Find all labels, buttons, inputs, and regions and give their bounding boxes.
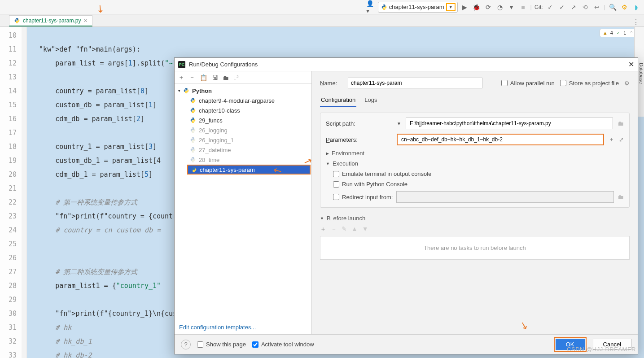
tree-root-python[interactable]: ▾ Python bbox=[175, 86, 311, 96]
parameters-input[interactable] bbox=[397, 134, 604, 145]
chevron-down-icon: ▾ bbox=[178, 88, 180, 93]
python-icon bbox=[183, 87, 189, 94]
tree-item[interactable]: 26_logging_1 bbox=[175, 135, 311, 145]
profile-icon[interactable]: ◔ bbox=[495, 3, 504, 12]
script-path-label: Script path: bbox=[326, 120, 392, 127]
execution-section[interactable]: ▼Execution bbox=[326, 160, 624, 167]
script-path-input[interactable] bbox=[406, 118, 613, 129]
tab-filename: chapter11-sys-param.py bbox=[23, 17, 81, 24]
pycharm-icon: PC bbox=[178, 61, 185, 68]
config-form: Name: Allow parallel run Store as projec… bbox=[312, 71, 638, 334]
tree-item[interactable]: chapter11-sys-param bbox=[187, 165, 311, 175]
python-icon bbox=[14, 17, 20, 24]
allow-parallel-checkbox[interactable]: Allow parallel run bbox=[501, 80, 555, 87]
tree-item[interactable]: 29_funcs bbox=[175, 115, 311, 125]
sort-icon[interactable]: ↓² bbox=[233, 74, 239, 81]
run-python-console-checkbox[interactable]: Run with Python Console bbox=[333, 181, 624, 188]
chevron-down-icon[interactable]: ▼ bbox=[397, 121, 401, 126]
gear-icon[interactable]: ⚙ bbox=[624, 80, 630, 87]
debug-icon[interactable]: 🐞 bbox=[472, 3, 481, 12]
config-tree-panel: ＋ － 📋 🖫 🖿 ↓² ▾ Python chapter9-4-modular… bbox=[175, 71, 312, 334]
remove-icon[interactable]: － bbox=[331, 225, 337, 233]
git-history-icon[interactable]: ⟲ bbox=[581, 3, 590, 12]
copy-icon[interactable]: 📋 bbox=[200, 74, 207, 81]
before-launch-section[interactable]: ▼Before launch bbox=[320, 215, 630, 222]
ok-icon: ✓ bbox=[617, 30, 620, 36]
remove-icon[interactable]: － bbox=[189, 74, 195, 82]
ok-count: 1 bbox=[623, 30, 626, 36]
tree-root-label: Python bbox=[192, 87, 212, 94]
help-icon[interactable]: ? bbox=[181, 340, 191, 349]
name-input[interactable] bbox=[348, 78, 482, 88]
run-config-name: chapter11-sys-param bbox=[389, 4, 444, 10]
emulate-terminal-checkbox[interactable]: Emulate terminal in output console bbox=[333, 170, 624, 177]
up-icon[interactable]: ▲ bbox=[351, 225, 358, 233]
tree-toolbar: ＋ － 📋 🖫 🖿 ↓² bbox=[175, 71, 311, 84]
before-launch-empty: There are no tasks to run before launch bbox=[320, 236, 630, 260]
ide-settings-icon[interactable]: ⚙ bbox=[620, 3, 629, 12]
run-debug-config-dialog: PC Run/Debug Configurations ✕ ＋ － 📋 🖫 🖿 … bbox=[174, 57, 638, 354]
activate-tool-window-checkbox[interactable]: Activate tool window bbox=[252, 341, 314, 348]
main-config-panel: Script path: ▼ 🖿 Parameters: ＋ ⤢ ▶Enviro… bbox=[320, 113, 630, 208]
environment-section[interactable]: ▶Environment bbox=[326, 150, 624, 157]
inspection-widget[interactable]: ▲4 ✓1 ⌃ bbox=[600, 29, 637, 37]
search-icon[interactable]: 🔍 bbox=[608, 3, 617, 12]
python-icon bbox=[381, 4, 387, 10]
folder-icon[interactable]: 🖿 bbox=[223, 74, 229, 81]
warning-icon: ▲ bbox=[604, 30, 607, 36]
main-toolbar: 👤▾ chapter11-sys-param ▼ ▶ 🐞 ⟳ ◔ ▾ ■ | G… bbox=[0, 0, 644, 14]
stop-icon[interactable]: ■ bbox=[519, 3, 528, 12]
config-tree[interactable]: ▾ Python chapter9-4-modular-argparsechap… bbox=[175, 84, 311, 320]
git-commit-icon[interactable]: ✓ bbox=[557, 3, 566, 12]
code-with-me-icon[interactable]: ◗ bbox=[631, 3, 640, 12]
edit-icon[interactable]: ✎ bbox=[342, 225, 347, 233]
tab-configuration[interactable]: Configuration bbox=[320, 94, 356, 107]
before-launch-toolbar: ＋ － ✎ ▲ ▼ bbox=[320, 225, 630, 233]
dialog-titlebar: PC Run/Debug Configurations ✕ bbox=[175, 58, 638, 71]
tabs-more-icon[interactable]: ⋮ bbox=[632, 18, 640, 26]
folder-icon[interactable]: 🖿 bbox=[618, 120, 624, 127]
line-gutter: 1011121314151617181920212223242526272829… bbox=[0, 27, 27, 358]
expand-icon[interactable]: ⤢ bbox=[619, 136, 624, 143]
config-tabs: Configuration Logs bbox=[320, 94, 630, 107]
redirect-input-path[interactable] bbox=[396, 191, 614, 203]
down-icon[interactable]: ▼ bbox=[362, 225, 368, 233]
tree-item[interactable]: chapter10-class bbox=[175, 105, 311, 115]
git-update-icon[interactable]: ✓ bbox=[546, 3, 555, 12]
add-icon[interactable]: ＋ bbox=[178, 74, 184, 82]
git-label: Git: bbox=[534, 4, 543, 10]
show-page-checkbox[interactable]: Show this page bbox=[197, 341, 246, 348]
store-project-checkbox[interactable]: Store as project file bbox=[560, 80, 619, 87]
file-tab-active[interactable]: chapter11-sys-param.py ✕ bbox=[9, 15, 92, 26]
git-push-icon[interactable]: ↗ bbox=[569, 3, 578, 12]
svg-point-0 bbox=[383, 4, 384, 5]
attach-icon[interactable]: ▾ bbox=[507, 3, 516, 12]
folder-icon[interactable]: 🖿 bbox=[618, 193, 624, 201]
tab-logs[interactable]: Logs bbox=[364, 94, 378, 107]
chevron-down-icon[interactable]: ▼ bbox=[446, 3, 456, 11]
edit-templates-link[interactable]: Edit configuration templates... bbox=[175, 320, 311, 334]
tree-item[interactable]: chapter9-4-modular-argparse bbox=[175, 96, 311, 105]
watermark: CSDN @HJJ-DREAMER bbox=[567, 346, 636, 353]
tree-item[interactable]: 27_datetime bbox=[175, 145, 311, 155]
tree-item[interactable]: 26_logging bbox=[175, 125, 311, 135]
editor-tabs: chapter11-sys-param.py ✕ ⋮ bbox=[0, 14, 644, 27]
coverage-icon[interactable]: ⟳ bbox=[484, 3, 493, 12]
add-icon[interactable]: ＋ bbox=[320, 225, 326, 233]
dialog-title: Run/Debug Configurations bbox=[189, 61, 258, 68]
save-icon[interactable]: 🖫 bbox=[212, 74, 218, 81]
name-label: Name: bbox=[320, 80, 342, 87]
close-icon[interactable]: ✕ bbox=[83, 18, 88, 24]
run-config-selector[interactable]: chapter11-sys-param ▼ bbox=[378, 2, 458, 13]
redirect-input-checkbox[interactable]: Redirect input from: bbox=[333, 194, 393, 201]
chevron-icon: ⌃ bbox=[630, 30, 633, 36]
warning-count: 4 bbox=[610, 30, 613, 36]
user-icon[interactable]: 👤▾ bbox=[366, 3, 375, 12]
svg-point-1 bbox=[385, 9, 385, 9]
git-rollback-icon[interactable]: ↩ bbox=[592, 3, 601, 12]
run-icon[interactable]: ▶ bbox=[460, 3, 469, 12]
tree-item[interactable]: 28_time bbox=[175, 155, 311, 165]
close-icon[interactable]: ✕ bbox=[628, 60, 634, 69]
insert-macro-icon[interactable]: ＋ bbox=[609, 135, 614, 144]
parameters-label: Parameters: bbox=[326, 136, 392, 143]
